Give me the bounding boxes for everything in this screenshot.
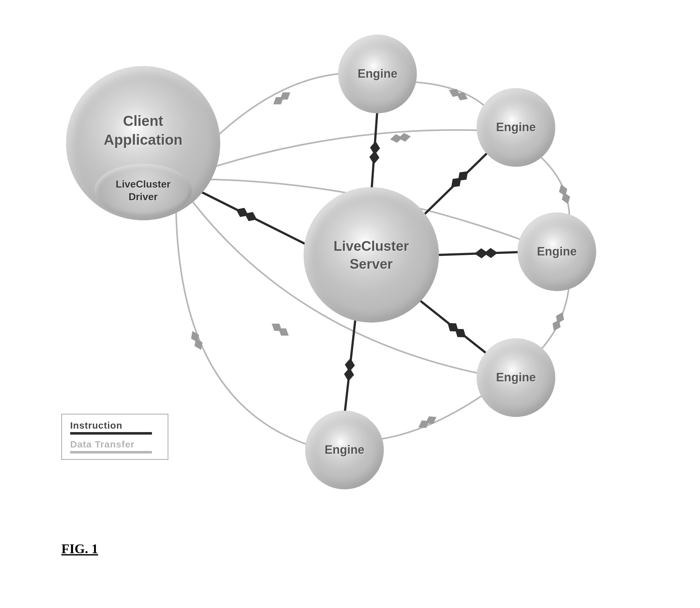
legend-instruction-row: Instruction xyxy=(70,420,159,435)
server-line1: LiveCluster xyxy=(333,238,409,254)
engine-node-4: Engine xyxy=(477,338,555,417)
legend-data-swatch xyxy=(70,451,152,454)
svg-line-7 xyxy=(439,252,528,255)
client-application-node: Client Application LiveCluster Driver xyxy=(66,66,220,220)
engine-node-2: Engine xyxy=(477,88,555,167)
diagram-canvas: Client Application LiveCluster Driver Li… xyxy=(0,0,700,608)
engine-label: Engine xyxy=(496,370,536,385)
driver-line2: Driver xyxy=(129,191,158,202)
legend-instruction-label: Instruction xyxy=(70,420,122,431)
engine-node-1: Engine xyxy=(338,35,417,113)
legend-instruction-swatch xyxy=(70,432,152,435)
legend-box: Instruction Data Transfer xyxy=(61,414,168,460)
svg-line-5 xyxy=(371,107,377,195)
engine-node-3: Engine xyxy=(518,212,596,291)
engine-label: Engine xyxy=(325,442,365,458)
engine-label: Engine xyxy=(496,119,536,135)
client-title-line1: Client xyxy=(123,113,163,129)
legend-data-row: Data Transfer xyxy=(70,439,159,454)
svg-line-9 xyxy=(345,318,355,415)
server-line2: Server xyxy=(350,256,393,271)
client-title-line2: Application xyxy=(104,132,182,148)
engine-label: Engine xyxy=(358,66,398,81)
livecluster-driver-subnode: LiveCluster Driver xyxy=(94,164,192,217)
svg-line-6 xyxy=(425,151,489,214)
driver-line1: LiveCluster xyxy=(116,178,171,190)
engine-label: Engine xyxy=(537,244,577,259)
figure-caption: FIG. 1 xyxy=(61,541,98,556)
svg-line-8 xyxy=(420,301,489,356)
livecluster-server-node: LiveCluster Server xyxy=(304,187,439,323)
engine-node-5: Engine xyxy=(305,411,384,489)
legend-data-label: Data Transfer xyxy=(70,439,135,450)
